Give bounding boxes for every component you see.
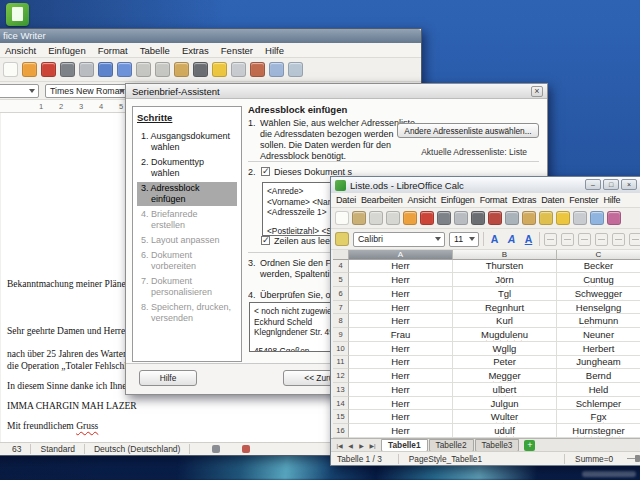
zoom-slider[interactable]	[627, 458, 640, 459]
cell-vorname[interactable]: Kurl	[453, 314, 557, 328]
cell-anrede[interactable]: Frau	[349, 328, 453, 342]
calc-toolbar-icon-print-preview[interactable]	[454, 211, 468, 225]
cell-nachname[interactable]: Schwegger	[557, 287, 640, 301]
cell-anrede[interactable]: Herr	[349, 314, 453, 328]
row-header[interactable]: 9	[333, 328, 349, 342]
font-size-combo[interactable]: 11	[449, 232, 479, 247]
font-name-combo[interactable]: Calibri	[353, 232, 445, 247]
format-icon-align-center[interactable]	[561, 233, 574, 246]
calc-toolbar-icon-spellcheck[interactable]	[471, 211, 485, 225]
calc-toolbar-icon-paste[interactable]	[522, 211, 536, 225]
cell-nachname[interactable]: Fgx	[557, 410, 640, 424]
italic-button[interactable]: A	[505, 233, 518, 245]
calc-toolbar-icon-undo[interactable]	[556, 211, 570, 225]
format-icon-align-left[interactable]	[544, 233, 557, 246]
cell-anrede[interactable]: Herr	[349, 273, 453, 287]
calc-toolbar-icon-export-pdf[interactable]	[420, 211, 434, 225]
calc-menu-item[interactable]: Extras	[512, 195, 536, 205]
add-sheet-button[interactable]: +	[524, 440, 535, 451]
desktop-shortcut-icon[interactable]	[6, 3, 29, 26]
calc-menu-item[interactable]: Datei	[336, 195, 356, 205]
calc-toolbar-icon-open[interactable]	[352, 211, 366, 225]
cell-anrede[interactable]: Herr	[349, 397, 453, 411]
row-header[interactable]: 12	[333, 369, 349, 383]
wizard-step[interactable]: 4. Briefanrede erstellen	[137, 208, 237, 232]
cell-anrede[interactable]: Herr	[349, 424, 453, 438]
paragraph-style-combo[interactable]	[0, 84, 39, 98]
calc-toolbar-icon-save[interactable]	[369, 211, 383, 225]
column-header-a[interactable]: A	[349, 250, 453, 260]
row-header[interactable]: 13	[333, 383, 349, 397]
cell-anrede[interactable]: Herr	[349, 287, 453, 301]
wizard-step[interactable]: 6. Dokument vorbereiten	[137, 249, 237, 273]
writer-toolbar-icon-redo[interactable]	[231, 62, 246, 77]
cell-vorname[interactable]: Regnhurt	[453, 301, 557, 315]
cell-anrede[interactable]: Herr	[349, 383, 453, 397]
calc-toolbar-icon-redo[interactable]	[573, 211, 587, 225]
format-icon-align-right[interactable]	[578, 233, 591, 246]
column-header-c[interactable]: C	[557, 250, 640, 260]
calc-toolbar-icon-sort-ascending[interactable]	[590, 211, 604, 225]
calc-menu-item[interactable]: Format	[480, 195, 507, 205]
writer-toolbar-icon-undo[interactable]	[212, 62, 227, 77]
column-header-b[interactable]: B	[453, 250, 557, 260]
wizard-step[interactable]: 2. Dokumenttyp wählen	[137, 156, 237, 180]
row-header[interactable]: 7	[333, 301, 349, 315]
writer-toolbar-icon-print[interactable]	[60, 62, 75, 77]
cell-vorname[interactable]: Jörn	[453, 273, 557, 287]
sheet-nav-prev-sheet[interactable]: ◀	[345, 442, 356, 449]
writer-toolbar-icon-mail-merge-fields[interactable]	[98, 62, 113, 77]
calc-menu-item[interactable]: Daten	[541, 195, 564, 205]
cell-vorname[interactable]: Thursten	[453, 260, 557, 274]
format-icon-cell-borders[interactable]	[629, 233, 640, 246]
writer-menu-item[interactable]: Format	[98, 45, 128, 56]
cell-vorname[interactable]: udulf	[453, 424, 557, 438]
row-header[interactable]: 15	[333, 410, 349, 424]
cell-nachname[interactable]: Herbert	[557, 342, 640, 356]
calc-toolbar-icon-email[interactable]	[386, 211, 400, 225]
cell-vorname[interactable]: Wulter	[453, 410, 557, 424]
writer-toolbar-icon-insert-table[interactable]	[269, 62, 284, 77]
writer-toolbar-icon-zoom[interactable]	[288, 62, 303, 77]
row-header[interactable]: 8	[333, 314, 349, 328]
wizard-step[interactable]: 3. Adressblock einfügen	[137, 182, 237, 206]
cell-anrede[interactable]: Herr	[349, 301, 453, 315]
calc-menu-item[interactable]: Hilfe	[603, 195, 620, 205]
writer-toolbar-icon-edit-mode[interactable]	[22, 62, 37, 77]
calc-titlebar[interactable]: Liste.ods - LibreOffice Calc –□×	[331, 177, 640, 193]
select-all-corner[interactable]	[333, 250, 349, 260]
format-icon-merge-cells[interactable]	[612, 233, 625, 246]
row-header[interactable]: 16	[333, 424, 349, 438]
writer-titlebar[interactable]: fice Writer	[0, 29, 421, 43]
wizard-step[interactable]: 5. Layout anpassen	[137, 234, 237, 247]
underline-button[interactable]: A	[522, 233, 535, 245]
cell-vorname[interactable]: Julgun	[453, 397, 557, 411]
language-selector[interactable]: Deutsch (Deutschland)	[85, 444, 190, 454]
calc-menu-item[interactable]: Fenster	[569, 195, 598, 205]
cell-nachname[interactable]: Jungheam	[557, 356, 640, 370]
writer-toolbar-icon-mail-merge-wizard[interactable]	[117, 62, 132, 77]
row-header[interactable]: 11	[333, 356, 349, 370]
writer-toolbar-icon-copy[interactable]	[155, 62, 170, 77]
sum-indicator[interactable]: Summe=0	[564, 454, 613, 464]
row-header[interactable]: 6	[333, 287, 349, 301]
cell-vorname[interactable]: Megger	[453, 369, 557, 383]
row-header[interactable]: 14	[333, 397, 349, 411]
calc-toolbar-icon-edit-mode[interactable]	[403, 211, 417, 225]
calc-grid[interactable]: A B C 4 Herr Thursten Becker 5 Herr Jörn…	[333, 250, 640, 438]
cell-vorname[interactable]: Wgllg	[453, 342, 557, 356]
bold-button[interactable]: A	[488, 233, 501, 245]
cell-nachname[interactable]: Lehmunn	[557, 314, 640, 328]
writer-menu-item[interactable]: Extras	[182, 45, 209, 56]
row-header[interactable]: 4	[333, 260, 349, 274]
checkbox-this-document-address-block[interactable]	[261, 167, 270, 176]
writer-menu-item[interactable]: Ansicht	[5, 45, 36, 56]
cell-vorname[interactable]: ulbert	[453, 383, 557, 397]
wizard-step[interactable]: 7. Dokument personalisieren	[137, 275, 237, 299]
cell-vorname[interactable]: Tgl	[453, 287, 557, 301]
writer-toolbar-icon-export-pdf[interactable]	[41, 62, 56, 77]
writer-toolbar-icon-gallery[interactable]	[250, 62, 265, 77]
cell-vorname[interactable]: Mugdulenu	[453, 328, 557, 342]
wizard-step[interactable]: 1. Ausgangsdokument wählen	[137, 130, 237, 154]
window-button-close[interactable]: ×	[621, 179, 637, 190]
